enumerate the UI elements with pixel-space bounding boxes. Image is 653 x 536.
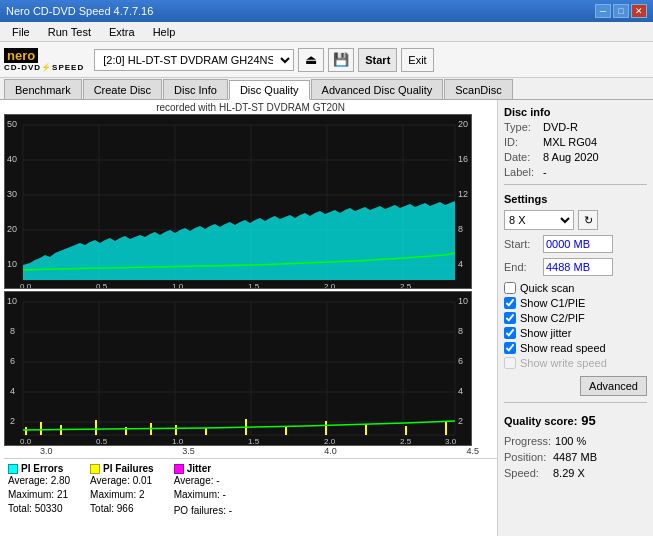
pi-errors-detail: Average: 2.80 Maximum: 21 Total: 50330 [8, 474, 70, 516]
show-jitter-checkbox[interactable] [504, 327, 516, 339]
show-write-speed-row: Show write speed [504, 357, 647, 369]
refresh-icon[interactable]: ↻ [578, 210, 598, 230]
svg-text:3.0: 3.0 [445, 437, 457, 446]
show-c1pie-checkbox[interactable] [504, 297, 516, 309]
end-mb-input[interactable] [543, 258, 613, 276]
tab-disc-info[interactable]: Disc Info [163, 79, 228, 99]
svg-text:12: 12 [458, 189, 468, 199]
end-mb-row: End: [504, 258, 647, 276]
tab-bar: Benchmark Create Disc Disc Info Disc Qua… [0, 78, 653, 100]
menu-file[interactable]: File [4, 25, 38, 39]
menu-extra[interactable]: Extra [101, 25, 143, 39]
svg-text:8: 8 [458, 224, 463, 234]
settings-title: Settings [504, 193, 647, 205]
show-read-speed-checkbox[interactable] [504, 342, 516, 354]
quick-scan-label[interactable]: Quick scan [520, 282, 574, 294]
show-c2pif-checkbox[interactable] [504, 312, 516, 324]
start-mb-row: Start: [504, 235, 647, 253]
minimize-button[interactable]: ─ [595, 4, 611, 18]
svg-text:8: 8 [458, 326, 463, 336]
show-write-speed-checkbox[interactable] [504, 357, 516, 369]
disc-type-label: Type: [504, 121, 539, 133]
svg-text:1.5: 1.5 [248, 437, 260, 446]
tab-disc-quality[interactable]: Disc Quality [229, 80, 310, 100]
disc-label-value: - [543, 166, 547, 178]
disc-id-value: MXL RG04 [543, 136, 597, 148]
speed-row-progress: Speed: 8.29 X [504, 465, 647, 481]
progress-section: Progress: 100 % Position: 4487 MB Speed:… [504, 433, 647, 481]
show-jitter-label[interactable]: Show jitter [520, 327, 571, 339]
tab-advanced-disc-quality[interactable]: Advanced Disc Quality [311, 79, 444, 99]
disc-date-row: Date: 8 Aug 2020 [504, 151, 647, 163]
pi-errors-max-label: Maximum: [8, 489, 54, 500]
svg-rect-58 [175, 425, 177, 435]
svg-text:0.0: 0.0 [20, 437, 32, 446]
quality-row: Quality score: 95 [504, 413, 647, 428]
svg-text:2.0: 2.0 [324, 437, 336, 446]
pi-failures-legend: PI Failures [90, 463, 154, 474]
right-panel: Disc info Type: DVD-R ID: MXL RG04 Date:… [498, 100, 653, 536]
pi-failures-chart: 10 8 6 4 2 10 8 6 4 2 [4, 291, 472, 446]
close-button[interactable]: ✕ [631, 4, 647, 18]
svg-text:2.5: 2.5 [400, 437, 412, 446]
end-label: End: [504, 261, 539, 273]
show-read-speed-label[interactable]: Show read speed [520, 342, 606, 354]
nero-logo-subtext: CD-DVD⚡SPEED [4, 63, 84, 72]
position-row: Position: 4487 MB [504, 449, 647, 465]
pi-errors-avg-label: Average: [8, 475, 48, 486]
svg-text:6: 6 [458, 356, 463, 366]
show-write-speed-label: Show write speed [520, 357, 607, 369]
jitter-legend: Jitter [174, 463, 232, 474]
svg-rect-65 [445, 422, 447, 435]
start-mb-input[interactable] [543, 235, 613, 253]
show-read-speed-row: Show read speed [504, 342, 647, 354]
menu-run-test[interactable]: Run Test [40, 25, 99, 39]
x-label-35: 3.5 [182, 446, 195, 456]
jitter-color [174, 464, 184, 474]
position-label: Position: [504, 449, 549, 465]
svg-rect-53 [40, 422, 42, 435]
tab-scan-disc[interactable]: ScanDisc [444, 79, 512, 99]
main-content: recorded with HL-DT-ST DVDRAM GT20N 50 4… [0, 100, 653, 536]
window-controls[interactable]: ─ □ ✕ [595, 4, 647, 18]
maximize-button[interactable]: □ [613, 4, 629, 18]
jitter-max-value: - [223, 489, 226, 500]
start-button[interactable]: Start [358, 48, 397, 72]
pi-errors-avg-value: 2.80 [51, 475, 70, 486]
svg-text:10: 10 [458, 296, 468, 306]
svg-text:8: 8 [10, 326, 15, 336]
eject-icon[interactable]: ⏏ [298, 48, 324, 72]
disc-label-row: Label: - [504, 166, 647, 178]
svg-text:50: 50 [7, 119, 17, 129]
advanced-button[interactable]: Advanced [580, 376, 647, 396]
save-icon[interactable]: 💾 [328, 48, 354, 72]
exit-button[interactable]: Exit [401, 48, 433, 72]
jitter-max-label: Maximum: [174, 489, 220, 500]
jitter-label: Jitter [187, 463, 211, 474]
tab-benchmark[interactable]: Benchmark [4, 79, 82, 99]
jitter-avg-value: - [216, 475, 219, 486]
tab-create-disc[interactable]: Create Disc [83, 79, 162, 99]
show-c2pif-label[interactable]: Show C2/PIF [520, 312, 585, 324]
svg-text:1.0: 1.0 [172, 282, 184, 289]
show-c2pif-row: Show C2/PIF [504, 312, 647, 324]
disc-type-value: DVD-R [543, 121, 578, 133]
pi-failures-total-value: 966 [117, 503, 134, 514]
svg-text:20: 20 [458, 119, 468, 129]
x-label-30: 3.0 [40, 446, 53, 456]
quick-scan-checkbox[interactable] [504, 282, 516, 294]
quick-scan-row: Quick scan [504, 282, 647, 294]
pi-failures-stats: PI Failures Average: 0.01 Maximum: 2 Tot… [90, 463, 154, 518]
drive-selector[interactable]: [2:0] HL-DT-ST DVDRAM GH24NSD0 LH00 [94, 49, 294, 71]
svg-text:2: 2 [458, 416, 463, 426]
pi-failures-color [90, 464, 100, 474]
toolbar: nero CD-DVD⚡SPEED [2:0] HL-DT-ST DVDRAM … [0, 42, 653, 78]
x-label-45: 4.5 [466, 446, 479, 456]
progress-value: 100 % [555, 433, 586, 449]
po-failures-value: - [229, 505, 232, 516]
menu-help[interactable]: Help [145, 25, 184, 39]
svg-text:1.5: 1.5 [248, 282, 260, 289]
speed-selector[interactable]: 8 X [504, 210, 574, 230]
svg-text:0.5: 0.5 [96, 437, 108, 446]
show-c1pie-label[interactable]: Show C1/PIE [520, 297, 585, 309]
